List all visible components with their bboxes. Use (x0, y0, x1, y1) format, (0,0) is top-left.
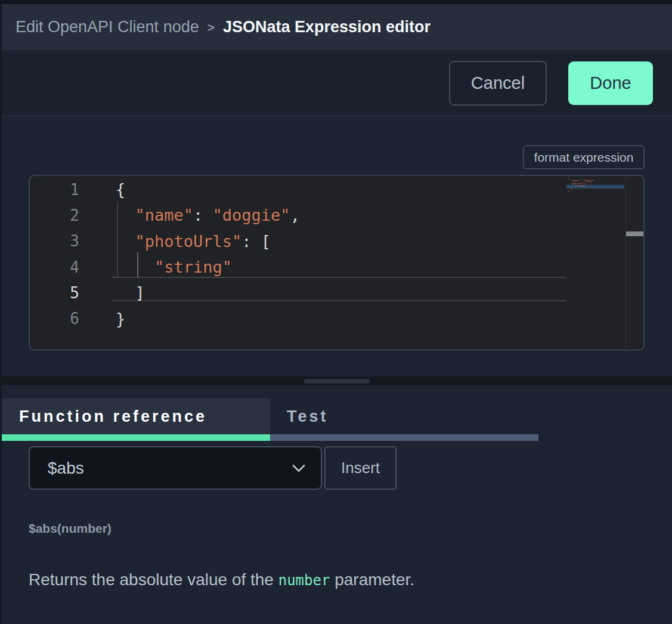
minimap[interactable]: { "name": "doggie", "photoUrls": [ "stri… (568, 177, 625, 193)
line-number: 4 (30, 258, 79, 276)
code-line: 2 "name": "doggie", (30, 202, 624, 228)
done-button[interactable]: Done (568, 61, 653, 105)
jsonata-expression-editor-dialog: Edit OpenAPI Client node > JSONata Expre… (0, 0, 672, 624)
breadcrumb-separator: > (208, 20, 215, 35)
code-line: 5 ] (30, 280, 624, 305)
code-lines: 1 { 2 "name": "doggie", 3 "photoUrls": [… (30, 177, 624, 332)
panel-splitter (0, 376, 672, 385)
window-top-edge (0, 0, 672, 4)
code-line-text: "string" (79, 258, 232, 276)
dialog-header: Edit OpenAPI Client node > JSONata Expre… (0, 4, 672, 50)
window-left-edge (0, 4, 2, 624)
active-tab-underline (2, 434, 270, 441)
code-line: 3 "photoUrls": [ (30, 228, 624, 254)
code-line-text: } (79, 310, 125, 328)
description-suffix: parameter. (330, 570, 414, 589)
function-select-dropdown[interactable]: $abs (29, 446, 322, 490)
code-line: 6 } (30, 305, 624, 331)
scrollbar-thumb[interactable] (626, 231, 643, 236)
line-number: 2 (30, 206, 79, 224)
code-line-text: "photoUrls": [ (79, 232, 271, 251)
description-parameter-code: number (278, 572, 330, 589)
function-select-value: $abs (48, 459, 292, 478)
tab-test-label: Test (287, 407, 329, 426)
line-number-active: 5 (30, 284, 79, 302)
line-number: 1 (30, 181, 79, 199)
code-line: 1 { (30, 177, 624, 202)
code-line-text: { (79, 180, 125, 199)
chevron-down-icon (292, 464, 305, 472)
code-line: 4 "string" (30, 254, 624, 280)
code-line-text: "name": "doggie", (79, 206, 300, 224)
function-description: Returns the absolute value of the number… (29, 570, 414, 589)
tab-function-reference[interactable]: Function reference (2, 399, 270, 434)
dialog-toolbar: Cancel Done (0, 50, 672, 116)
insert-button[interactable]: Insert (324, 446, 397, 490)
code-line-text: ] (79, 283, 145, 302)
tabbar-underline (270, 434, 538, 441)
format-expression-button[interactable]: format expression (523, 145, 645, 169)
function-reference-panel: Function reference Test $abs Insert $abs… (0, 385, 672, 624)
line-number: 6 (30, 310, 79, 328)
page-title: JSONata Expression editor (223, 18, 431, 36)
tab-function-reference-label: Function reference (19, 407, 207, 426)
breadcrumb-parent-link[interactable]: Edit OpenAPI Client node (16, 18, 199, 36)
cancel-button[interactable]: Cancel (449, 61, 547, 106)
line-number: 3 (30, 232, 79, 250)
minimap-divider (625, 176, 626, 350)
code-editor[interactable]: 1 { 2 "name": "doggie", 3 "photoUrls": [… (29, 175, 645, 351)
description-prefix: Returns the absolute value of the (29, 570, 278, 589)
expression-editor-section: format expression 1 { 2 "name": "doggie"… (0, 116, 672, 376)
splitter-drag-handle[interactable] (304, 379, 370, 384)
function-signature: $abs(number) (29, 521, 112, 536)
tab-test[interactable]: Test (287, 399, 329, 434)
